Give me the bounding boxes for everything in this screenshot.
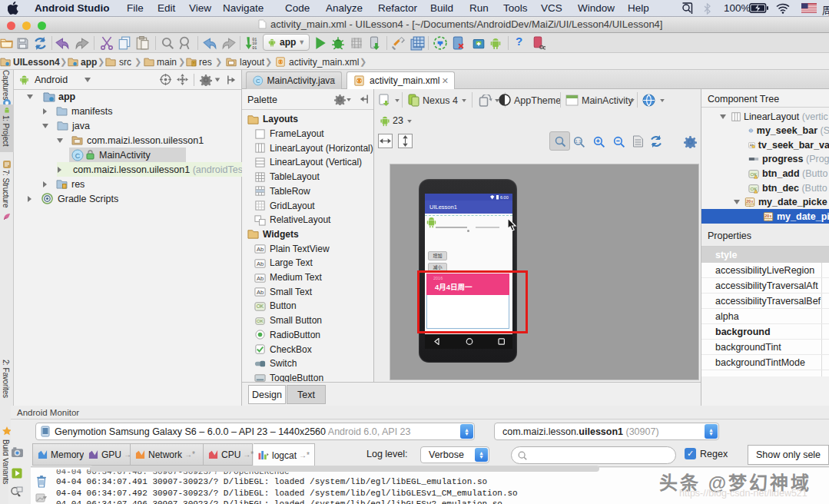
svg-text:C: C (75, 151, 81, 159)
svg-text:OK: OK (257, 303, 264, 309)
svg-text:20॥: 20॥ (764, 214, 771, 218)
svg-text:Ab: Ab (257, 246, 264, 253)
svg-text:01: 01 (252, 46, 257, 50)
svg-text:6:00: 6:00 (500, 195, 509, 200)
svg-text:Ab: Ab (257, 289, 264, 296)
svg-text:OK: OK (257, 318, 264, 323)
svg-text:Ab: Ab (257, 274, 264, 281)
svg-text:Ab: Ab (257, 260, 264, 267)
svg-text:20॥: 20॥ (746, 199, 753, 204)
svg-text:1:1: 1:1 (575, 139, 581, 144)
svg-text:C: C (256, 78, 260, 85)
